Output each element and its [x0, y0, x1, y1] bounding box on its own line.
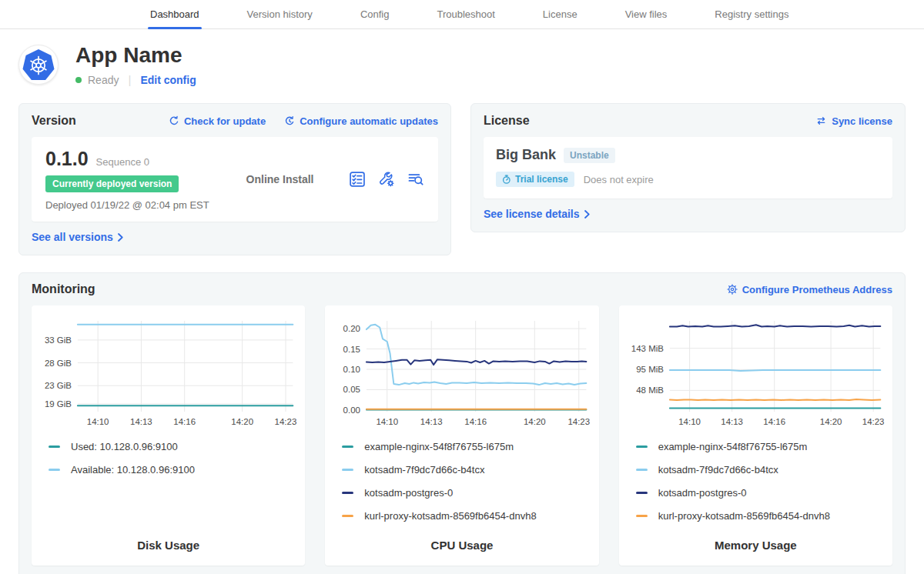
status-dot	[75, 77, 82, 83]
preflight-checks-button[interactable]	[349, 171, 366, 188]
legend-item: kotsadm-7f9dc7d66c-b4tcx	[342, 464, 581, 476]
memory-usage-plot: 14:1014:1314:1614:2014:23143 MiB95 MiB48…	[625, 315, 886, 432]
chevron-right-icon	[118, 233, 123, 242]
svg-text:14:20: 14:20	[524, 417, 546, 426]
version-panel-title: Version	[32, 114, 76, 128]
legend-color-dash	[49, 446, 60, 448]
configure-automatic-updates-link[interactable]: Configure automatic updates	[284, 115, 438, 127]
legend-color-dash	[636, 515, 648, 517]
legend-color-dash	[636, 446, 648, 448]
svg-text:14:23: 14:23	[568, 417, 591, 426]
svg-text:23 GiB: 23 GiB	[45, 381, 72, 390]
legend-item: example-nginx-54f8f76755-l675m	[342, 441, 581, 452]
legend-label: example-nginx-54f8f76755-l675m	[364, 441, 514, 452]
top-nav: Dashboard Version history Config Trouble…	[0, 0, 924, 29]
tab-version-history[interactable]: Version history	[245, 0, 315, 28]
trial-license-label: Trial license	[515, 174, 568, 185]
see-all-versions-link[interactable]: See all versions	[32, 231, 123, 243]
legend-label: kurl-proxy-kotsadm-8569fb6454-dnvh8	[364, 510, 536, 522]
license-customer-name: Big Bank	[496, 147, 556, 163]
legend-color-dash	[636, 492, 648, 494]
legend-item: kurl-proxy-kotsadm-8569fb6454-dnvh8	[342, 510, 581, 522]
svg-text:14:20: 14:20	[819, 417, 842, 426]
legend-label: kotsadm-postgres-0	[658, 487, 747, 499]
tab-registry-settings[interactable]: Registry settings	[712, 0, 791, 28]
tab-dashboard[interactable]: Dashboard	[148, 0, 202, 28]
channel-badge: Unstable	[564, 148, 615, 163]
svg-text:19 GiB: 19 GiB	[45, 399, 72, 409]
configure-prometheus-link[interactable]: Configure Prometheus Address	[727, 284, 892, 295]
svg-text:14:16: 14:16	[173, 417, 196, 426]
legend-label: kurl-proxy-kotsadm-8569fb6454-dnvh8	[658, 510, 830, 522]
version-number: 0.1.0	[45, 148, 89, 170]
cpu-usage-legend: example-nginx-54f8f76755-l675mkotsadm-7f…	[331, 441, 592, 522]
legend-item: Used: 10.128.0.96:9100	[49, 441, 288, 452]
version-sequence: Sequence 0	[96, 156, 149, 168]
legend-item: kotsadm-postgres-0	[636, 487, 875, 499]
sync-license-label: Sync license	[832, 115, 892, 127]
check-for-update-link[interactable]: Check for update	[169, 115, 266, 127]
monitoring-title: Monitoring	[32, 282, 95, 296]
stopwatch-icon	[502, 175, 511, 184]
current-version-card: 0.1.0 Sequence 0 Currently deployed vers…	[32, 137, 438, 222]
svg-text:14:13: 14:13	[130, 417, 152, 426]
license-expiry: Does not expire	[584, 174, 654, 185]
legend-item: example-nginx-54f8f76755-l675m	[636, 441, 875, 452]
configure-prometheus-label: Configure Prometheus Address	[742, 284, 892, 295]
svg-text:0.15: 0.15	[343, 345, 360, 354]
divider: |	[128, 73, 131, 86]
checklist-icon	[349, 171, 366, 188]
svg-text:14:16: 14:16	[763, 417, 785, 426]
edit-config-link[interactable]: Edit config	[140, 74, 196, 86]
app-logo	[18, 45, 59, 85]
svg-text:14:23: 14:23	[275, 417, 297, 426]
wrench-gear-icon	[378, 171, 395, 188]
chart-title: CPU Usage	[331, 525, 592, 552]
svg-text:0.10: 0.10	[343, 365, 360, 374]
legend-label: Available: 10.128.0.96:9100	[71, 464, 195, 476]
deployed-badge: Currently deployed version	[45, 175, 179, 192]
version-panel: Version Check for update Configure autom…	[18, 103, 451, 255]
legend-label: kotsadm-7f9dc7d66c-b4tcx	[658, 464, 778, 476]
legend-color-dash	[342, 469, 353, 471]
kubernetes-icon	[22, 48, 55, 82]
install-type-label: Online Install	[211, 173, 349, 185]
legend-color-dash	[636, 469, 648, 471]
svg-text:0.05: 0.05	[343, 385, 360, 394]
legend-color-dash	[342, 446, 353, 448]
check-for-update-label: Check for update	[184, 115, 266, 127]
cpu-usage-chart-card: 14:1014:1314:1614:2014:230.200.150.100.0…	[325, 305, 598, 566]
svg-text:143 MiB: 143 MiB	[631, 344, 664, 353]
see-license-details-link[interactable]: See license details	[484, 208, 590, 220]
sync-arrows-icon	[815, 115, 827, 126]
svg-text:48 MiB: 48 MiB	[636, 385, 664, 395]
disk-usage-plot: 14:1014:1314:1614:2014:2333 GiB28 GiB23 …	[38, 315, 299, 432]
monitoring-section: Monitoring Configure Prometheus Address …	[18, 272, 906, 574]
tab-troubleshoot[interactable]: Troubleshoot	[434, 0, 497, 28]
legend-label: example-nginx-54f8f76755-l675m	[658, 441, 808, 452]
tab-license[interactable]: License	[541, 0, 580, 28]
status-text: Ready	[88, 74, 119, 86]
sync-license-link[interactable]: Sync license	[815, 115, 892, 127]
edit-config-button[interactable]	[378, 171, 395, 188]
svg-text:14:13: 14:13	[420, 417, 443, 426]
see-all-versions-label: See all versions	[32, 231, 113, 243]
trial-license-badge: Trial license	[496, 172, 574, 187]
legend-color-dash	[342, 515, 353, 517]
gear-icon	[727, 284, 738, 295]
legend-item: kotsadm-postgres-0	[342, 487, 581, 499]
see-license-details-label: See license details	[484, 208, 580, 220]
tab-config[interactable]: Config	[358, 0, 392, 28]
refresh-icon	[169, 115, 179, 126]
tab-view-files[interactable]: View files	[623, 0, 670, 28]
license-card: Big Bank Unstable Trial license Does not…	[484, 137, 892, 199]
page-title: App Name	[75, 43, 196, 68]
view-diff-button[interactable]	[407, 171, 424, 188]
svg-text:14:10: 14:10	[678, 417, 701, 426]
memory-usage-legend: example-nginx-54f8f76755-l675mkotsadm-7f…	[625, 441, 886, 522]
svg-text:0.00: 0.00	[343, 405, 360, 415]
svg-text:14:10: 14:10	[377, 417, 399, 426]
legend-label: Used: 10.128.0.96:9100	[71, 441, 178, 452]
legend-item: kotsadm-7f9dc7d66c-b4tcx	[636, 464, 875, 476]
legend-color-dash	[49, 469, 60, 471]
